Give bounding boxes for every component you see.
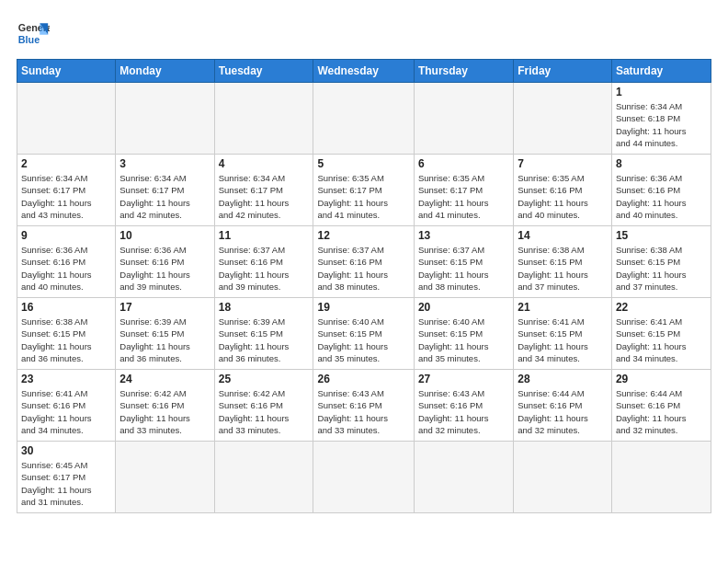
day-info: Sunrise: 6:37 AM Sunset: 6:16 PM Dayligh… xyxy=(219,244,310,293)
day-number: 22 xyxy=(616,301,707,314)
day-info: Sunrise: 6:36 AM Sunset: 6:16 PM Dayligh… xyxy=(119,244,210,293)
day-cell: 10Sunrise: 6:36 AM Sunset: 6:16 PM Dayli… xyxy=(116,226,214,298)
day-number: 10 xyxy=(119,229,210,242)
day-info: Sunrise: 6:40 AM Sunset: 6:15 PM Dayligh… xyxy=(317,316,409,364)
day-info: Sunrise: 6:37 AM Sunset: 6:16 PM Dayligh… xyxy=(317,244,409,293)
day-cell: 27Sunrise: 6:43 AM Sunset: 6:16 PM Dayli… xyxy=(414,370,513,442)
day-cell: 12Sunrise: 6:37 AM Sunset: 6:16 PM Dayli… xyxy=(313,226,414,298)
day-cell: 1Sunrise: 6:34 AM Sunset: 6:18 PM Daylig… xyxy=(611,83,711,155)
generalblue-logo-icon: General Blue xyxy=(17,17,50,50)
day-info: Sunrise: 6:36 AM Sunset: 6:16 PM Dayligh… xyxy=(21,244,111,293)
day-number: 27 xyxy=(418,373,509,385)
day-cell: 8Sunrise: 6:36 AM Sunset: 6:16 PM Daylig… xyxy=(611,155,711,226)
day-info: Sunrise: 6:43 AM Sunset: 6:16 PM Dayligh… xyxy=(317,387,409,436)
day-cell xyxy=(414,83,513,155)
day-info: Sunrise: 6:37 AM Sunset: 6:15 PM Dayligh… xyxy=(418,244,509,293)
day-cell xyxy=(116,83,214,155)
day-info: Sunrise: 6:35 AM Sunset: 6:16 PM Dayligh… xyxy=(518,172,608,221)
day-cell xyxy=(116,442,214,513)
day-info: Sunrise: 6:35 AM Sunset: 6:17 PM Dayligh… xyxy=(418,172,509,221)
week-row-4: 23Sunrise: 6:41 AM Sunset: 6:16 PM Dayli… xyxy=(17,370,711,442)
day-cell xyxy=(313,442,414,513)
day-info: Sunrise: 6:43 AM Sunset: 6:16 PM Dayligh… xyxy=(418,387,509,436)
day-cell xyxy=(611,442,711,513)
day-info: Sunrise: 6:35 AM Sunset: 6:17 PM Dayligh… xyxy=(317,172,409,221)
day-number: 20 xyxy=(418,301,509,314)
day-info: Sunrise: 6:34 AM Sunset: 6:17 PM Dayligh… xyxy=(21,172,111,221)
day-cell: 16Sunrise: 6:38 AM Sunset: 6:15 PM Dayli… xyxy=(17,298,116,370)
weekday-tuesday: Tuesday xyxy=(214,60,313,83)
day-info: Sunrise: 6:41 AM Sunset: 6:15 PM Dayligh… xyxy=(518,316,608,364)
weekday-thursday: Thursday xyxy=(414,60,513,83)
day-number: 29 xyxy=(616,373,707,385)
day-info: Sunrise: 6:42 AM Sunset: 6:16 PM Dayligh… xyxy=(119,387,210,436)
weekday-header-row: SundayMondayTuesdayWednesdayThursdayFrid… xyxy=(17,60,711,83)
day-cell xyxy=(514,83,612,155)
day-cell: 3Sunrise: 6:34 AM Sunset: 6:17 PM Daylig… xyxy=(116,155,214,226)
day-info: Sunrise: 6:44 AM Sunset: 6:16 PM Dayligh… xyxy=(616,387,707,436)
day-info: Sunrise: 6:41 AM Sunset: 6:15 PM Dayligh… xyxy=(616,316,707,364)
day-cell xyxy=(313,83,414,155)
day-number: 19 xyxy=(317,301,409,314)
day-number: 18 xyxy=(219,301,310,314)
day-cell: 6Sunrise: 6:35 AM Sunset: 6:17 PM Daylig… xyxy=(414,155,513,226)
day-cell: 19Sunrise: 6:40 AM Sunset: 6:15 PM Dayli… xyxy=(313,298,414,370)
weekday-monday: Monday xyxy=(116,60,214,83)
day-cell: 11Sunrise: 6:37 AM Sunset: 6:16 PM Dayli… xyxy=(214,226,313,298)
week-row-0: 1Sunrise: 6:34 AM Sunset: 6:18 PM Daylig… xyxy=(17,83,711,155)
day-cell: 25Sunrise: 6:42 AM Sunset: 6:16 PM Dayli… xyxy=(214,370,313,442)
day-cell: 28Sunrise: 6:44 AM Sunset: 6:16 PM Dayli… xyxy=(514,370,612,442)
day-number: 3 xyxy=(119,157,210,170)
week-row-3: 16Sunrise: 6:38 AM Sunset: 6:15 PM Dayli… xyxy=(17,298,711,370)
day-cell: 20Sunrise: 6:40 AM Sunset: 6:15 PM Dayli… xyxy=(414,298,513,370)
day-number: 1 xyxy=(616,86,707,98)
day-info: Sunrise: 6:44 AM Sunset: 6:16 PM Dayligh… xyxy=(518,387,608,436)
svg-text:Blue: Blue xyxy=(18,34,40,45)
day-cell: 2Sunrise: 6:34 AM Sunset: 6:17 PM Daylig… xyxy=(17,155,116,226)
day-number: 11 xyxy=(219,229,310,242)
day-cell: 26Sunrise: 6:43 AM Sunset: 6:16 PM Dayli… xyxy=(313,370,414,442)
day-cell xyxy=(414,442,513,513)
day-number: 17 xyxy=(119,301,210,314)
day-cell: 5Sunrise: 6:35 AM Sunset: 6:17 PM Daylig… xyxy=(313,155,414,226)
week-row-1: 2Sunrise: 6:34 AM Sunset: 6:17 PM Daylig… xyxy=(17,155,711,226)
day-number: 5 xyxy=(317,157,409,170)
day-info: Sunrise: 6:38 AM Sunset: 6:15 PM Dayligh… xyxy=(616,244,707,293)
weekday-wednesday: Wednesday xyxy=(313,60,414,83)
day-number: 2 xyxy=(21,157,111,170)
day-number: 12 xyxy=(317,229,409,242)
day-cell: 18Sunrise: 6:39 AM Sunset: 6:15 PM Dayli… xyxy=(214,298,313,370)
day-info: Sunrise: 6:34 AM Sunset: 6:18 PM Dayligh… xyxy=(616,100,707,149)
day-number: 9 xyxy=(21,229,111,242)
day-cell: 21Sunrise: 6:41 AM Sunset: 6:15 PM Dayli… xyxy=(514,298,612,370)
day-number: 13 xyxy=(418,229,509,242)
day-number: 28 xyxy=(518,373,608,385)
day-cell: 23Sunrise: 6:41 AM Sunset: 6:16 PM Dayli… xyxy=(17,370,116,442)
day-info: Sunrise: 6:40 AM Sunset: 6:15 PM Dayligh… xyxy=(418,316,509,364)
day-number: 21 xyxy=(518,301,608,314)
day-number: 4 xyxy=(219,157,310,170)
day-cell: 24Sunrise: 6:42 AM Sunset: 6:16 PM Dayli… xyxy=(116,370,214,442)
day-cell: 17Sunrise: 6:39 AM Sunset: 6:15 PM Dayli… xyxy=(116,298,214,370)
day-number: 14 xyxy=(518,229,608,242)
day-cell: 4Sunrise: 6:34 AM Sunset: 6:17 PM Daylig… xyxy=(214,155,313,226)
day-info: Sunrise: 6:34 AM Sunset: 6:17 PM Dayligh… xyxy=(219,172,310,221)
day-cell: 22Sunrise: 6:41 AM Sunset: 6:15 PM Dayli… xyxy=(611,298,711,370)
day-info: Sunrise: 6:42 AM Sunset: 6:16 PM Dayligh… xyxy=(219,387,310,436)
day-info: Sunrise: 6:36 AM Sunset: 6:16 PM Dayligh… xyxy=(616,172,707,221)
day-number: 25 xyxy=(219,373,310,385)
day-info: Sunrise: 6:41 AM Sunset: 6:16 PM Dayligh… xyxy=(21,387,111,436)
day-info: Sunrise: 6:34 AM Sunset: 6:17 PM Dayligh… xyxy=(119,172,210,221)
day-number: 26 xyxy=(317,373,409,385)
weekday-sunday: Sunday xyxy=(17,60,116,83)
day-info: Sunrise: 6:38 AM Sunset: 6:15 PM Dayligh… xyxy=(21,316,111,364)
weekday-friday: Friday xyxy=(514,60,612,83)
day-number: 8 xyxy=(616,157,707,170)
day-cell: 9Sunrise: 6:36 AM Sunset: 6:16 PM Daylig… xyxy=(17,226,116,298)
day-cell: 13Sunrise: 6:37 AM Sunset: 6:15 PM Dayli… xyxy=(414,226,513,298)
day-cell: 15Sunrise: 6:38 AM Sunset: 6:15 PM Dayli… xyxy=(611,226,711,298)
day-cell: 29Sunrise: 6:44 AM Sunset: 6:16 PM Dayli… xyxy=(611,370,711,442)
day-cell: 14Sunrise: 6:38 AM Sunset: 6:15 PM Dayli… xyxy=(514,226,612,298)
day-number: 30 xyxy=(21,444,111,457)
week-row-5: 30Sunrise: 6:45 AM Sunset: 6:17 PM Dayli… xyxy=(17,442,711,513)
